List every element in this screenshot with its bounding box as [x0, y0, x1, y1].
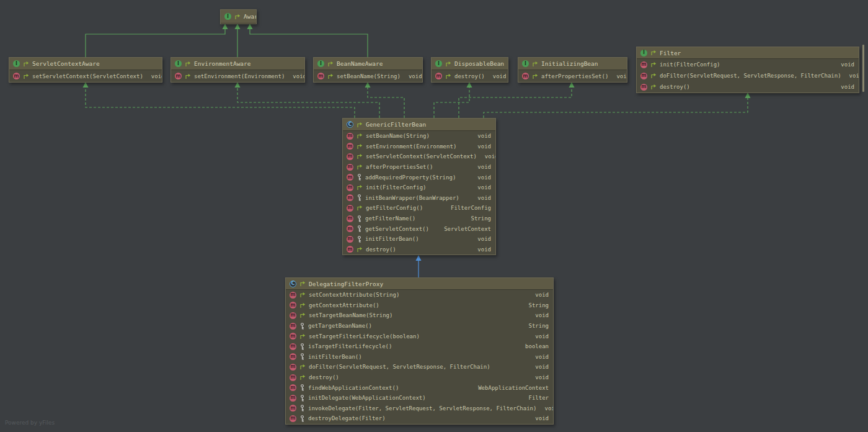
method-signature: initDelegate(WebApplicationContext): [308, 395, 426, 401]
method-row[interactable]: msetContextAttribute(String)void: [286, 290, 553, 300]
method-signature: getTargetBeanName(): [308, 323, 372, 329]
interface-icon: I: [13, 60, 20, 67]
class-box-EnvironmentAware[interactable]: IEnvironmentAwaremsetEnvironment(Environ…: [170, 57, 305, 83]
method-row[interactable]: mdestroy()void: [286, 372, 553, 383]
class-title-row[interactable]: IInitializingBean: [518, 58, 627, 70]
realization-edge-GenericFilterBean-to-BeanNameAware: [368, 87, 404, 118]
method-icon: m: [290, 302, 296, 308]
return-type: String: [523, 323, 549, 329]
method-signature: init(FilterConfig): [660, 61, 720, 68]
class-box-Filter[interactable]: IFilterminit(FilterConfig)voidmdoFilter(…: [636, 47, 859, 93]
public-modifier-icon: [299, 374, 306, 380]
class-box-DelegatingFilterProxy[interactable]: CDelegatingFilterProxymsetContextAttribu…: [285, 277, 554, 425]
method-row[interactable]: mgetTargetBeanName()String: [286, 321, 553, 331]
method-row[interactable]: mafterPropertiesSet()void: [343, 162, 495, 173]
method-signature: setEnvironment(Environment): [194, 73, 285, 79]
return-type: void: [530, 374, 549, 380]
protected-key-icon: [356, 236, 362, 243]
scrollbar-thumb[interactable]: [862, 45, 864, 92]
method-row[interactable]: mafterPropertiesSet()void: [518, 70, 627, 82]
public-modifier-icon: [299, 302, 306, 308]
protected-key-icon: [299, 353, 305, 360]
class-box-Aware[interactable]: IAware: [220, 9, 257, 24]
realization-edge-GenericFilterBean-to-ServletContextAware: [86, 87, 355, 118]
class-title-row[interactable]: CGenericFilterBean: [343, 119, 495, 131]
method-row[interactable]: mdestroy()void: [637, 81, 859, 92]
method-row[interactable]: minit(FilterConfig)void: [343, 182, 495, 193]
class-box-BeanNameAware[interactable]: IBeanNameAwaremsetBeanName(String)void: [313, 57, 423, 83]
method-signature: afterPropertiesSet(): [541, 73, 608, 79]
public-modifier-icon: [445, 61, 451, 67]
class-title-row[interactable]: IDisposableBean: [432, 58, 508, 70]
method-row[interactable]: minitBeanWrapper(BeanWrapper)void: [343, 193, 495, 204]
method-row[interactable]: maddRequiredProperty(String)void: [343, 172, 495, 182]
method-row[interactable]: mgetContextAttribute()String: [286, 300, 553, 311]
protected-key-icon: [299, 323, 305, 330]
return-type: FilterConfig: [446, 205, 491, 211]
class-box-ServletContextAware[interactable]: IServletContextAwaremsetServletContext(S…: [9, 57, 162, 83]
method-signature: setServletContext(ServletContext): [32, 73, 143, 79]
method-row[interactable]: misTargetFilterLifecycle()boolean: [286, 341, 553, 352]
yfiles-watermark: Powered by yFiles: [5, 420, 55, 426]
method-icon: m: [290, 384, 296, 391]
method-row[interactable]: msetServletContext(ServletContext)void: [9, 70, 162, 82]
protected-key-icon: [299, 384, 305, 391]
class-icon: C: [347, 121, 353, 128]
method-row[interactable]: mdestroy()void: [343, 245, 495, 255]
public-modifier-icon: [532, 61, 538, 67]
interface-icon: I: [224, 13, 231, 20]
protected-key-icon: [356, 194, 362, 201]
class-title-row[interactable]: IBeanNameAware: [314, 58, 422, 70]
method-icon: m: [522, 73, 529, 79]
public-modifier-icon: [356, 143, 363, 150]
class-box-GenericFilterBean[interactable]: CGenericFilterBeanmsetBeanName(String)vo…: [342, 118, 496, 255]
method-row[interactable]: mdestroy()void: [432, 70, 508, 82]
class-box-InitializingBean[interactable]: IInitializingBeanmafterPropertiesSet()vo…: [518, 57, 627, 83]
method-row[interactable]: mdoFilter(ServletRequest, ServletRespons…: [286, 362, 553, 372]
public-modifier-icon: [356, 205, 363, 211]
method-row[interactable]: mgetFilterConfig()FilterConfig: [343, 203, 495, 214]
method-row[interactable]: minvokeDelegate(Filter, ServletRequest, …: [286, 403, 553, 414]
method-row[interactable]: msetEnvironment(Environment)void: [171, 70, 304, 82]
protected-key-icon: [356, 174, 362, 181]
method-row[interactable]: msetServletContext(ServletContext)void: [343, 151, 495, 162]
method-row[interactable]: mfindWebApplicationContext()WebApplicati…: [286, 382, 553, 393]
protected-key-icon: [299, 395, 305, 402]
method-row[interactable]: msetTargetBeanName(String)void: [286, 310, 553, 321]
class-title-row[interactable]: IAware: [221, 10, 256, 24]
method-icon: m: [640, 84, 647, 91]
method-row[interactable]: msetBeanName(String)void: [314, 70, 422, 82]
class-title-row[interactable]: IEnvironmentAware: [171, 58, 304, 70]
class-name: Filter: [660, 50, 681, 56]
method-row[interactable]: minitFilterBean()void: [343, 234, 495, 245]
return-type: void: [844, 73, 859, 79]
class-title-row[interactable]: IServletContextAware: [9, 58, 162, 70]
method-row[interactable]: mdestroyDelegate(Filter)void: [286, 413, 553, 424]
method-signature: isTargetFilterLifecycle(): [308, 343, 392, 349]
return-type: void: [480, 153, 495, 160]
method-row[interactable]: mdoFilter(ServletRequest, ServletRespons…: [637, 70, 859, 81]
method-row[interactable]: mgetServletContext()ServletContext: [343, 223, 495, 234]
method-icon: m: [640, 73, 647, 79]
method-icon: m: [290, 353, 296, 360]
method-signature: getFilterConfig(): [366, 205, 423, 211]
method-row[interactable]: msetBeanName(String)void: [343, 131, 495, 142]
method-icon: m: [347, 174, 353, 181]
interface-extension-edge-BeanNameAware-to-Aware: [250, 29, 368, 57]
method-icon: m: [290, 364, 296, 371]
class-title-row[interactable]: IFilter: [637, 47, 859, 59]
method-signature: destroy(): [309, 374, 339, 380]
method-row[interactable]: minitFilterBean()void: [286, 352, 553, 362]
public-modifier-icon: [650, 84, 657, 90]
method-row[interactable]: minit(FilterConfig)void: [637, 59, 859, 70]
return-type: WebApplicationContext: [473, 385, 549, 391]
public-modifier-icon: [356, 153, 363, 160]
method-row[interactable]: minitDelegate(WebApplicationContext)Filt…: [286, 393, 553, 403]
class-box-DisposableBean[interactable]: IDisposableBeanmdestroy()void: [431, 57, 508, 83]
method-icon: m: [347, 194, 353, 201]
method-row[interactable]: msetTargetFilterLifecycle(boolean)void: [286, 331, 553, 341]
return-type: void: [472, 143, 491, 150]
class-title-row[interactable]: CDelegatingFilterProxy: [286, 278, 553, 290]
method-row[interactable]: msetEnvironment(Environment)void: [343, 142, 495, 152]
method-row[interactable]: mgetFilterName()String: [343, 214, 495, 224]
